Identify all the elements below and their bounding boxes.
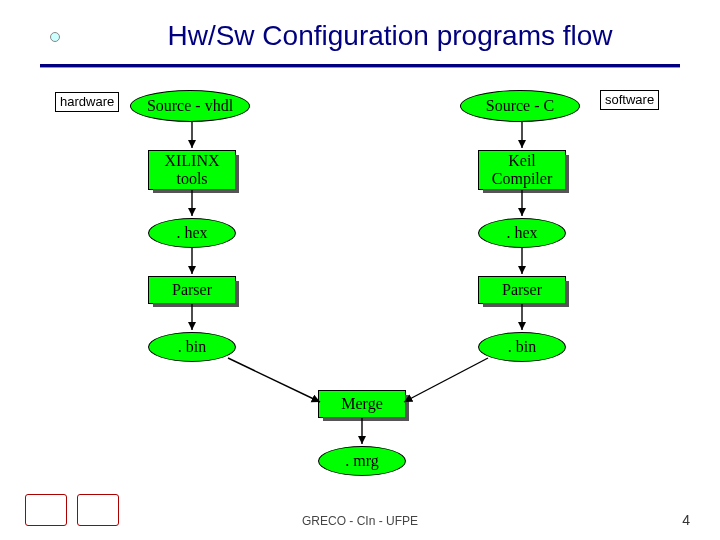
slide-title: Hw/Sw Configuration programs flow	[0, 20, 720, 52]
hw-tool-node: XILINX tools	[148, 150, 236, 190]
sw-parser-node: Parser	[478, 276, 566, 304]
title-underline	[40, 64, 680, 67]
hw-bin-node: . bin	[148, 332, 236, 362]
slide: Hw/Sw Configuration programs flow hardwa…	[0, 0, 720, 540]
hw-parser-node: Parser	[148, 276, 236, 304]
hw-source-node: Source - vhdl	[130, 90, 250, 122]
sw-hex-node: . hex	[478, 218, 566, 248]
software-label: software	[600, 90, 659, 110]
sw-source-node: Source - C	[460, 90, 580, 122]
mrg-node: . mrg	[318, 446, 406, 476]
svg-line-8	[228, 358, 320, 402]
sw-tool-node: Keil Compiler	[478, 150, 566, 190]
merge-node: Merge	[318, 390, 406, 418]
sw-bin-node: . bin	[478, 332, 566, 362]
hardware-label: hardware	[55, 92, 119, 112]
svg-line-9	[404, 358, 488, 402]
hw-hex-node: . hex	[148, 218, 236, 248]
footer-text: GRECO - CIn - UFPE	[0, 514, 720, 528]
page-number: 4	[682, 512, 690, 528]
